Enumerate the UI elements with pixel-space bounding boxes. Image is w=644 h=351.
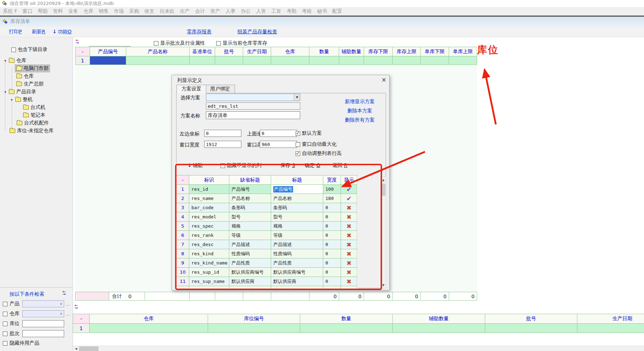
warehouse-combo[interactable]: ∨ <box>22 310 64 317</box>
menu-item[interactable]: 收支 <box>145 8 155 15</box>
auto-row-height-checkbox[interactable]: 自动调整列表行高 <box>296 150 342 157</box>
swap-columns-icon[interactable]: ←→ <box>74 304 78 309</box>
column-header[interactable]: 库存下限 <box>364 47 393 56</box>
table-row[interactable]: 1 res_id 产品编号 产品编号 100 <box>177 185 358 194</box>
menu-item[interactable]: 配置 <box>332 8 342 15</box>
title-cell[interactable]: 等级 <box>271 231 323 240</box>
column-header[interactable]: 辅助数量 <box>339 47 364 56</box>
close-icon[interactable]: × <box>380 76 387 83</box>
table-row[interactable]: 5 res_spec 规格 规格 0 <box>177 222 358 231</box>
visibility-flag-icon[interactable] <box>341 203 357 212</box>
tree-node-desktop[interactable]: 台式机 <box>0 104 73 111</box>
column-header[interactable]: 批号 <box>485 314 577 324</box>
column-header[interactable]: 产品编号 <box>90 47 126 56</box>
batch-input[interactable] <box>22 330 64 337</box>
tree-node-complete-machine[interactable]: ▾整机 <box>0 96 73 104</box>
checkbox-checked-icon[interactable] <box>296 131 300 136</box>
scrollbar-thumb[interactable] <box>381 184 386 196</box>
visibility-flag-icon[interactable] <box>341 240 357 249</box>
warehouse-checkbox[interactable] <box>3 312 7 316</box>
batch-checkbox[interactable] <box>3 332 7 336</box>
menu-item[interactable]: 资料 <box>53 8 63 15</box>
cell-stock-lower[interactable] <box>364 56 393 65</box>
column-header[interactable]: 缺省标题 <box>229 176 271 185</box>
tree-node-warehouse[interactable]: 仓库 <box>0 72 73 80</box>
show-zero-stock-checkbox[interactable]: 显示当前仓库零库存 <box>216 40 267 46</box>
add-scheme-link[interactable]: 新增显示方案 <box>333 99 386 105</box>
width-cell[interactable]: 0 <box>323 277 341 286</box>
column-header[interactable]: 库存上限 <box>393 47 421 56</box>
table-row[interactable]: 8 res_kind 性质编码 性质编码 0 <box>177 249 358 258</box>
column-header[interactable]: 标题 <box>271 176 323 185</box>
menu-item[interactable]: 系统 F <box>3 8 17 15</box>
checkbox-icon[interactable] <box>296 142 300 147</box>
visibility-flag-icon[interactable] <box>341 231 357 240</box>
column-header[interactable]: - <box>177 176 189 185</box>
product-checkbox[interactable] <box>3 302 7 306</box>
cell-base-unit[interactable] <box>190 56 215 65</box>
menu-item[interactable]: 仓库 <box>84 8 94 15</box>
tree-node-warehouse-root[interactable]: ▾仓库 <box>0 57 73 65</box>
menu-item[interactable]: 采购 <box>129 8 139 15</box>
checkbox-icon[interactable] <box>154 41 158 46</box>
refresh-button[interactable]: 刷新R <box>32 29 45 35</box>
scroll-left-icon[interactable]: ◀ <box>73 346 79 351</box>
width-cell[interactable]: 180 <box>323 194 341 203</box>
title-cell[interactable]: 产品名称 <box>271 194 323 203</box>
menu-item[interactable]: 销售 <box>99 8 109 15</box>
column-header[interactable]: - <box>73 314 90 324</box>
column-header[interactable]: 仓库 <box>271 47 309 56</box>
visibility-flag-icon[interactable] <box>341 194 357 203</box>
table-row[interactable]: 7 res_desc 产品描述 产品描述 0 <box>177 240 358 249</box>
hide-columns-checkbox[interactable]: 隐藏不显示的列 <box>220 162 262 169</box>
cell-warehouse[interactable] <box>271 56 309 65</box>
delete-scheme-link[interactable]: 删除本方案 <box>333 108 386 114</box>
menu-item[interactable]: 考勤 <box>287 8 297 15</box>
horizontal-scrollbar[interactable]: ◀ <box>73 346 644 351</box>
title-cell[interactable]: 性质编码 <box>271 249 323 258</box>
aux-button[interactable]: ↓辅助 <box>187 162 203 169</box>
tree-node-desktop-parts[interactable]: 台式机配件 <box>0 119 73 127</box>
cell-product-name[interactable] <box>126 56 190 65</box>
window-width-input[interactable]: 1912 <box>204 141 241 148</box>
column-header[interactable]: 库位编号 <box>208 314 300 324</box>
menu-item[interactable]: 窗口 <box>23 8 33 15</box>
table-row[interactable]: 10 res_sup_id 默认供应商编号 默认供应商编号 0 <box>177 268 358 277</box>
width-cell[interactable]: 0 <box>323 286 341 289</box>
width-cell[interactable]: 0 <box>323 249 341 258</box>
column-header[interactable]: 单库上限 <box>449 47 477 56</box>
column-header[interactable]: 批号 <box>215 47 243 56</box>
tree-node-product-catalog[interactable]: ▾产品目录 <box>0 88 73 96</box>
cell-production-date[interactable] <box>577 324 644 333</box>
visibility-flag-icon[interactable] <box>341 185 357 194</box>
product-combo[interactable]: ∨ <box>22 300 64 307</box>
checkbox-icon[interactable] <box>216 41 221 46</box>
visibility-flag-icon[interactable] <box>341 286 357 289</box>
tree-node-laptop[interactable]: 笔记本 <box>0 111 73 119</box>
swap-columns-icon[interactable]: ←→ <box>62 290 66 295</box>
menu-item[interactable]: 业务 <box>68 8 78 15</box>
tab-scheme-settings[interactable]: 方案设置 <box>177 85 206 93</box>
checkbox-icon[interactable] <box>11 48 16 52</box>
scheme-combo[interactable]: ▼ <box>206 94 300 101</box>
cell-product-id[interactable] <box>90 56 126 65</box>
column-header[interactable]: - <box>75 47 90 56</box>
width-cell[interactable]: 0 <box>323 240 341 249</box>
visibility-flag-icon[interactable] <box>341 222 357 231</box>
auto-maximize-checkbox[interactable]: 窗口自动最大化 <box>296 141 337 147</box>
scroll-down-icon[interactable]: ▼ <box>381 282 386 288</box>
include-subdir-checkbox[interactable]: 包含下级目录 <box>11 46 47 53</box>
swap-columns-icon[interactable]: ←→ <box>75 39 79 44</box>
tree-node-location-unassigned[interactable]: 库位-未指定仓库 <box>0 127 73 135</box>
column-header[interactable]: 基准单位 <box>190 47 215 56</box>
menu-item[interactable]: 人事 <box>226 8 236 15</box>
cell-single-lower[interactable] <box>421 56 449 65</box>
menu-item[interactable]: 市场 <box>114 8 124 15</box>
column-header[interactable]: 生产日期 <box>243 47 271 56</box>
save-button[interactable]: 保存 S <box>280 162 295 169</box>
title-cell[interactable]: 产品性质 <box>271 258 323 268</box>
cell-quantity[interactable] <box>309 56 339 65</box>
menu-item[interactable]: 人资 <box>256 8 266 15</box>
return-button[interactable]: 返回 R <box>332 162 347 169</box>
visibility-flag-icon[interactable] <box>341 212 357 222</box>
